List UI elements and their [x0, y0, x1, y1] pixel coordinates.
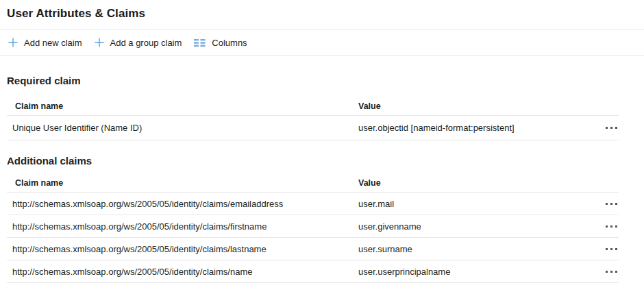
more-options-button[interactable]: [604, 244, 619, 254]
ellipsis-icon: [606, 127, 608, 129]
ellipsis-icon: [606, 271, 608, 273]
add-new-claim-button[interactable]: Add new claim: [2, 34, 88, 52]
claim-name-cell: http://schemas.xmlsoap.org/ws/2005/05/id…: [7, 244, 358, 254]
required-claim-heading: Required claim: [7, 74, 644, 88]
claim-value-cell: user.userprincipalname: [358, 267, 589, 277]
additional-claims-heading: Additional claims: [7, 154, 644, 168]
more-options-button[interactable]: [604, 123, 619, 133]
column-header-value: Value: [358, 101, 589, 111]
columns-icon: [194, 38, 206, 47]
required-claims-table: Claim name Value Unique User Identifier …: [7, 97, 619, 140]
columns-button[interactable]: Columns: [188, 34, 253, 52]
table-row[interactable]: Unique User Identifier (Name ID) user.ob…: [7, 116, 619, 140]
table-row[interactable]: http://schemas.xmlsoap.org/ws/2005/05/id…: [7, 260, 619, 283]
claim-value-cell: user.surname: [358, 244, 589, 254]
table-header-row: Claim name Value: [7, 173, 619, 193]
additional-claims-section: Additional claims Claim name Value http:…: [0, 154, 644, 283]
ellipsis-icon: [606, 225, 608, 228]
add-new-claim-label: Add new claim: [24, 38, 82, 48]
column-header-claim-name: Claim name: [7, 101, 358, 111]
table-row[interactable]: http://schemas.xmlsoap.org/ws/2005/05/id…: [7, 215, 619, 238]
plus-icon: [95, 38, 104, 47]
page-title: User Attributes & Claims: [0, 0, 644, 21]
claim-value-cell: user.objectid [nameid-format:persistent]: [358, 123, 589, 133]
plus-icon: [8, 38, 18, 47]
claim-name-cell: Unique User Identifier (Name ID): [7, 123, 358, 133]
claim-value-cell: user.mail: [358, 199, 589, 209]
add-group-claim-label: Add a group claim: [110, 38, 182, 48]
more-options-button[interactable]: [604, 199, 619, 209]
command-bar: Add new claim Add a group claim Columns: [0, 29, 644, 56]
claim-name-cell: http://schemas.xmlsoap.org/ws/2005/05/id…: [7, 267, 358, 277]
more-options-button[interactable]: [604, 221, 619, 232]
table-row[interactable]: http://schemas.xmlsoap.org/ws/2005/05/id…: [7, 238, 619, 260]
additional-claims-table: Claim name Value http://schemas.xmlsoap.…: [7, 173, 619, 283]
claim-name-cell: http://schemas.xmlsoap.org/ws/2005/05/id…: [7, 221, 358, 232]
user-attributes-claims-page: User Attributes & Claims Add new claim A…: [0, 0, 644, 283]
required-claim-section: Required claim Claim name Value Unique U…: [0, 74, 644, 140]
column-header-claim-name: Claim name: [7, 178, 358, 188]
ellipsis-icon: [606, 248, 608, 250]
ellipsis-icon: [606, 203, 608, 205]
table-header-row: Claim name Value: [7, 97, 619, 116]
table-row[interactable]: http://schemas.xmlsoap.org/ws/2005/05/id…: [7, 193, 619, 215]
column-header-value: Value: [358, 178, 589, 188]
columns-label: Columns: [212, 38, 247, 48]
more-options-button[interactable]: [604, 267, 619, 277]
claim-value-cell: user.givenname: [358, 221, 589, 232]
claim-name-cell: http://schemas.xmlsoap.org/ws/2005/05/id…: [7, 199, 358, 209]
add-group-claim-button[interactable]: Add a group claim: [88, 34, 188, 52]
